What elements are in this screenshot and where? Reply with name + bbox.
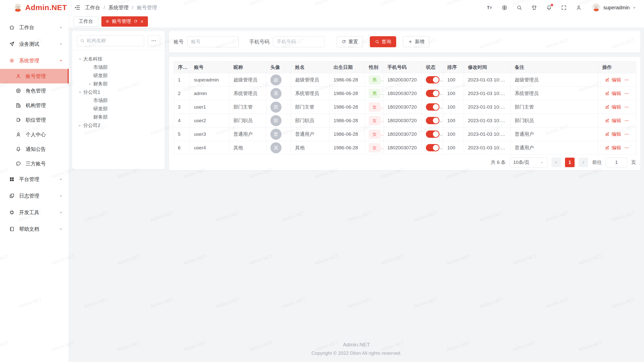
tree-node[interactable]: ▾大名科技 xyxy=(74,55,163,63)
page-size-select[interactable]: 10条/页 xyxy=(510,157,547,167)
edit-button[interactable]: 编辑 xyxy=(605,145,621,151)
cell-phone: 18020030720 xyxy=(383,73,422,87)
sidebar-item-org-management[interactable]: 机构管理 xyxy=(0,98,69,113)
row-more-button[interactable] xyxy=(624,132,629,137)
cell-remark: 系统管理员 xyxy=(511,87,598,100)
edit-button[interactable]: 编辑 xyxy=(605,117,621,124)
status-toggle[interactable] xyxy=(426,103,439,111)
tree-more-button[interactable] xyxy=(147,35,160,46)
fullscreen-icon[interactable] xyxy=(561,5,567,11)
cell-status xyxy=(422,141,443,155)
sidebar-item-position-management[interactable]: 职位管理 xyxy=(0,113,69,127)
cell-seq: 3 xyxy=(174,100,190,114)
chev-down-icon xyxy=(59,177,63,182)
status-toggle[interactable] xyxy=(426,90,439,97)
search-icon[interactable] xyxy=(516,5,522,11)
status-toggle[interactable] xyxy=(426,117,439,124)
footer-copyright: Copyright © 2022 Dilon All rights reserv… xyxy=(69,350,644,356)
search-icon xyxy=(80,38,85,43)
sidebar-item-label: 三方账号 xyxy=(26,160,46,167)
query-button[interactable]: 查询 xyxy=(370,36,396,47)
tree-node[interactable]: 市场部 xyxy=(74,96,163,105)
row-more-button[interactable] xyxy=(624,77,629,82)
language-icon[interactable] xyxy=(502,5,507,11)
tree-caret-icon[interactable]: ▾ xyxy=(77,90,83,95)
cell-sort: 100 xyxy=(443,114,464,127)
sidebar-item-dev-tools[interactable]: 开发工具 xyxy=(0,204,69,221)
row-more-button[interactable] xyxy=(624,118,629,123)
cell-status xyxy=(422,87,443,100)
row-more-button[interactable] xyxy=(624,91,629,96)
phone-filter-input[interactable] xyxy=(273,36,325,47)
sidebar-item-role-management[interactable]: 角色管理 xyxy=(0,83,69,98)
collapse-sidebar-icon[interactable] xyxy=(74,4,80,11)
tab-workbench[interactable]: 工作台 xyxy=(73,16,98,27)
tab-close-icon[interactable] xyxy=(140,20,144,23)
sidebar-item-third-party-account[interactable]: 三方账号 xyxy=(0,156,69,171)
breadcrumb-item[interactable]: 工作台 xyxy=(85,4,100,11)
app-logo[interactable]: Admin.NET xyxy=(0,0,69,15)
book-icon xyxy=(9,226,15,232)
user-icon[interactable] xyxy=(576,5,582,11)
sidebar-item-system-management[interactable]: 系统管理 xyxy=(0,52,69,69)
current-page-button[interactable]: 1 xyxy=(565,158,575,167)
sidebar-item-log-management[interactable]: 日志管理 xyxy=(0,188,69,204)
edit-button[interactable]: 编辑 xyxy=(605,90,621,97)
add-button[interactable]: 新增 xyxy=(403,36,429,47)
table-row: 2 admin 系统管理员 系 系统管理员 1986-06-28 男 18020… xyxy=(174,87,636,100)
tree-node[interactable]: 市场部 xyxy=(74,63,163,71)
sidebar-item-personal-center[interactable]: 个人中心 xyxy=(0,127,69,142)
notification-badge xyxy=(551,4,553,6)
reset-button[interactable]: 重置 xyxy=(337,36,363,47)
topbar: 工作台/系统管理/账号管理 TT superadmin xyxy=(69,0,644,15)
row-more-button[interactable] xyxy=(624,105,629,110)
column-header: 序号 xyxy=(174,62,190,73)
tree-caret-icon[interactable]: ▸ xyxy=(87,82,93,86)
sidebar-item-business-test[interactable]: 业务测试 xyxy=(0,36,69,52)
edit-button[interactable]: 编辑 xyxy=(605,131,621,138)
font-size-icon[interactable]: TT xyxy=(487,5,493,11)
avatar: 其 xyxy=(270,142,281,153)
tree-node[interactable]: 财务部 xyxy=(74,113,163,121)
prev-page-button[interactable] xyxy=(551,158,561,167)
breadcrumb-item[interactable]: 账号管理 xyxy=(137,4,157,11)
column-header: 姓名 xyxy=(291,62,330,73)
bell-icon[interactable] xyxy=(546,5,552,11)
org-search-input[interactable] xyxy=(87,38,141,43)
tree-node[interactable]: ▸财务部 xyxy=(74,80,163,88)
tree-node-label: 分公司1 xyxy=(83,89,100,96)
cell-nickname: 部门主管 xyxy=(229,100,266,114)
tree-caret-icon[interactable]: ▾ xyxy=(77,57,83,61)
account-filter-input[interactable] xyxy=(187,36,239,47)
status-toggle[interactable] xyxy=(426,76,439,83)
next-page-button[interactable] xyxy=(579,158,588,167)
shirt-icon[interactable] xyxy=(531,5,537,11)
tree-caret-icon[interactable]: ▸ xyxy=(77,123,83,128)
user-menu[interactable]: superadmin xyxy=(583,3,636,12)
breadcrumb-item[interactable]: 系统管理 xyxy=(108,4,129,11)
cell-actions: 编辑 xyxy=(598,141,636,155)
sidebar-item-workbench[interactable]: 工作台 xyxy=(0,19,69,36)
edit-button[interactable]: 编辑 xyxy=(605,77,621,83)
edit-button[interactable]: 编辑 xyxy=(605,104,621,110)
sidebar-item-notice-announcement[interactable]: 通知公告 xyxy=(0,142,69,156)
status-toggle[interactable] xyxy=(426,144,439,151)
sidebar-item-account-management[interactable]: 账号管理 xyxy=(0,69,69,83)
tab-account-management[interactable]: 账号管理 xyxy=(101,16,148,27)
cell-phone: 18020030720 xyxy=(383,141,422,155)
cell-birthdate: 1986-06-28 xyxy=(330,87,365,100)
sidebar-item-platform-management[interactable]: 平台管理 xyxy=(0,171,69,188)
cell-nickname: 超级管理员 xyxy=(229,73,266,87)
sidebar-item-help-docs[interactable]: 帮助文档 xyxy=(0,221,69,237)
goto-page-input[interactable] xyxy=(606,157,627,167)
tree-node[interactable]: ▸分公司2 xyxy=(74,121,163,129)
tree-node[interactable]: ▾分公司1 xyxy=(74,88,163,96)
status-toggle[interactable] xyxy=(426,130,439,138)
table-row: 3 user1 部门主管 部 部门主管 1986-06-28 女 1802003… xyxy=(174,100,636,114)
tab-refresh-icon[interactable] xyxy=(134,19,138,23)
cell-gender: 女 xyxy=(365,127,383,141)
tree-node[interactable]: 研发部 xyxy=(74,105,163,113)
row-more-button[interactable] xyxy=(624,145,629,150)
sidebar-item-label: 帮助文档 xyxy=(19,226,39,233)
tree-node[interactable]: 研发部 xyxy=(74,71,163,80)
